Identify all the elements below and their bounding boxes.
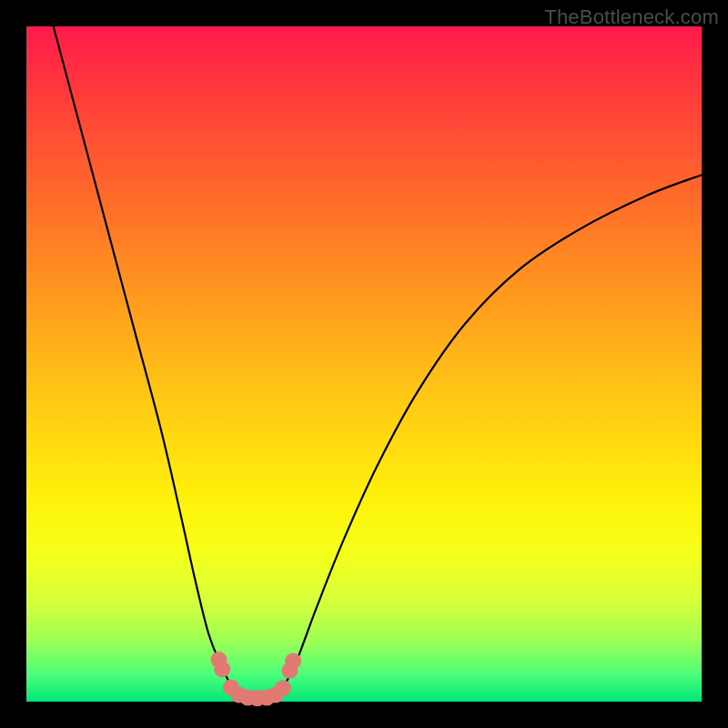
curve-right-branch xyxy=(283,175,702,688)
chart-overlay xyxy=(26,26,702,702)
marker-dot xyxy=(275,680,291,696)
curve-left-branch xyxy=(54,26,233,688)
watermark-text: TheBottleneck.com xyxy=(544,5,719,29)
marker-dot xyxy=(285,652,301,669)
marker-dot xyxy=(214,661,230,677)
